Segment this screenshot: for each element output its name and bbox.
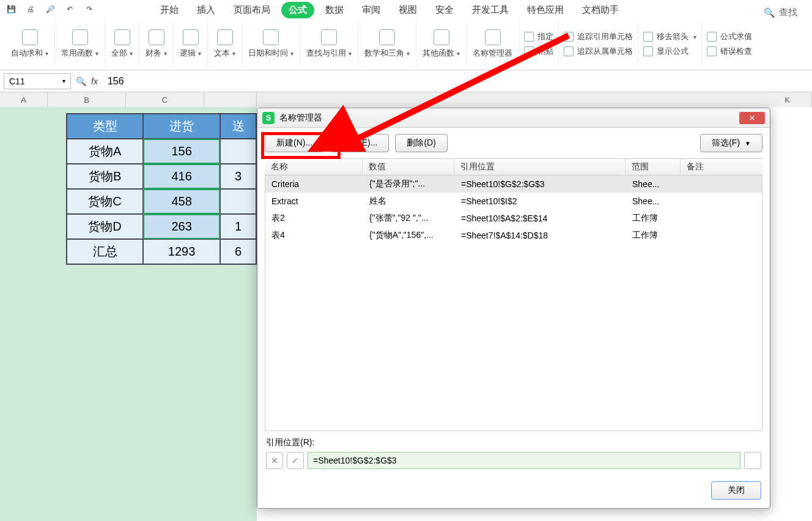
cell-d2[interactable] xyxy=(220,139,256,164)
formula-input[interactable] xyxy=(103,73,808,89)
dialog-title: 名称管理器 xyxy=(279,113,322,124)
cell-d6[interactable]: 6 xyxy=(220,239,256,264)
tab-view[interactable]: 视图 xyxy=(391,2,424,18)
cell-d3[interactable]: 3 xyxy=(220,164,256,189)
col-scope-header[interactable]: 范围 xyxy=(626,159,681,175)
search-box[interactable]: 🔍 查找 xyxy=(764,7,810,18)
ribbon-otherfn[interactable]: 其他函数 xyxy=(416,21,467,67)
ref-input[interactable] xyxy=(308,452,740,469)
ribbon-name-manager[interactable]: 名称管理器 xyxy=(467,21,519,67)
trace-out-icon xyxy=(564,46,574,56)
col-header-c[interactable]: C xyxy=(126,92,204,107)
left-sheet: A B C 类型 进货 送 货物A156 货物B4163 货物C458 货物D2… xyxy=(0,92,257,521)
tab-layout[interactable]: 页面布局 xyxy=(226,2,278,18)
dialog-titlebar: S 名称管理器 ✕ xyxy=(257,108,770,128)
ribbon-math[interactable]: 数学和三角 xyxy=(358,21,416,67)
col-name-header[interactable]: 名称 xyxy=(265,159,363,175)
tab-special[interactable]: 特色应用 xyxy=(520,2,571,18)
tab-devtools[interactable]: 开发工具 xyxy=(465,2,516,18)
lookup-icon xyxy=(321,29,337,45)
ribbon-paste[interactable]: 粘贴 xyxy=(524,46,553,57)
ribbon-show-formula[interactable]: 显示公式 xyxy=(643,46,696,57)
ribbon-error-check[interactable]: 错误检查 xyxy=(707,46,752,57)
tab-insert[interactable]: 插入 xyxy=(190,2,223,18)
col-ref-header[interactable]: 引用位置 xyxy=(454,159,626,175)
cell-c4[interactable]: 458 xyxy=(143,189,220,214)
sigma-icon xyxy=(22,29,38,45)
chevron-down-icon: ▼ xyxy=(745,140,751,147)
ribbon-lookup[interactable]: 查找与引用 xyxy=(300,21,358,67)
ribbon: 自动求和 常用函数 全部 财务 逻辑 文本 日期和时间 查找与引用 数学和三角 … xyxy=(0,18,812,70)
col-header-a[interactable]: A xyxy=(0,92,48,107)
qa-preview-icon[interactable]: 🔎 xyxy=(44,3,56,15)
fx-label[interactable]: fx xyxy=(91,76,98,86)
text-icon xyxy=(217,29,233,45)
col-header-b[interactable]: B xyxy=(48,92,126,107)
ribbon-autosum[interactable]: 自动求和 xyxy=(5,21,55,67)
remove-arrow-icon xyxy=(643,32,653,42)
money-icon xyxy=(149,29,164,45)
cell-c2[interactable]: 156 xyxy=(143,139,220,164)
dialog-footer: 关闭 xyxy=(257,475,770,508)
close-button[interactable]: 关闭 xyxy=(711,481,761,500)
cell-c3[interactable]: 416 xyxy=(143,164,220,189)
qa-redo-icon[interactable]: ↷ xyxy=(83,3,95,15)
cell-b2[interactable]: 货物A xyxy=(67,139,143,164)
dialog-close-button[interactable]: ✕ xyxy=(739,112,765,124)
ribbon-assign[interactable]: 指定 xyxy=(524,31,553,42)
qa-print-icon[interactable]: 🖨 xyxy=(24,3,37,15)
list-row-criteria[interactable]: Criteria {"是否录用";"... =Sheet10!$G$2:$G$3… xyxy=(265,176,762,193)
other-icon xyxy=(434,29,449,45)
col-header-k[interactable]: K xyxy=(763,92,812,107)
name-manager-dialog: S 名称管理器 ✕ 新建(N)... 编辑(E)... 删除(D) 筛选(F)▼… xyxy=(257,108,770,509)
edit-button[interactable]: 编辑(E)... xyxy=(330,134,389,152)
tab-data[interactable]: 数据 xyxy=(318,2,351,18)
range-picker-button[interactable] xyxy=(744,452,761,469)
cell-c6[interactable]: 1293 xyxy=(143,239,220,264)
list-row-extract[interactable]: Extract 姓名 =Sheet10!$I$2 Shee... xyxy=(265,193,762,210)
ref-cancel-button[interactable]: ✕ xyxy=(266,452,283,469)
ribbon-datetime[interactable]: 日期和时间 xyxy=(242,21,300,67)
logic-icon xyxy=(183,29,199,45)
col-value-header[interactable]: 数值 xyxy=(363,159,454,175)
ribbon-commonfn[interactable]: 常用函数 xyxy=(55,21,105,67)
name-mgr-icon xyxy=(485,29,501,45)
tab-review[interactable]: 审阅 xyxy=(355,2,388,18)
tab-start[interactable]: 开始 xyxy=(153,2,186,18)
new-button[interactable]: 新建(N)... xyxy=(265,134,324,152)
ribbon-finance[interactable]: 财务 xyxy=(139,21,174,67)
ribbon-logic[interactable]: 逻辑 xyxy=(174,21,208,67)
ribbon-trace-dependents[interactable]: 追踪从属单元格 xyxy=(564,46,633,57)
cell-d4[interactable] xyxy=(220,189,256,214)
filter-button[interactable]: 筛选(F)▼ xyxy=(700,134,762,152)
list-row-table2[interactable]: 表2 {"张蕾","92 ","... =Sheet10!$A$2:$E$14 … xyxy=(265,210,762,227)
ribbon-eval-formula[interactable]: 公式求值 xyxy=(707,31,752,42)
ribbon-all[interactable]: 全部 xyxy=(105,21,139,67)
ref-confirm-button[interactable]: ✓ xyxy=(287,452,304,469)
name-box[interactable]: C11▾ xyxy=(4,73,71,89)
col-header-d[interactable] xyxy=(204,92,257,107)
ribbon-remove-arrows[interactable]: 移去箭头 xyxy=(643,31,696,42)
ribbon-trace-precedents[interactable]: 追踪引用单元格 xyxy=(564,31,633,42)
cell-b6[interactable]: 汇总 xyxy=(67,239,143,264)
qa-undo-icon[interactable]: ↶ xyxy=(64,3,76,15)
tab-formula[interactable]: 公式 xyxy=(281,2,314,18)
th-type[interactable]: 类型 xyxy=(67,114,143,139)
tab-security[interactable]: 安全 xyxy=(428,2,461,18)
ribbon-text[interactable]: 文本 xyxy=(208,21,242,67)
clock-icon xyxy=(263,29,279,45)
tab-dochelper[interactable]: 文档助手 xyxy=(575,2,626,18)
zoom-icon[interactable]: 🔍 xyxy=(76,76,86,86)
delete-button[interactable]: 删除(D) xyxy=(395,134,447,152)
cell-c5[interactable]: 263 xyxy=(143,214,220,239)
cell-b4[interactable]: 货物C xyxy=(67,189,143,214)
cell-b5[interactable]: 货物D xyxy=(67,214,143,239)
column-headers: A B C xyxy=(0,92,257,107)
th-out[interactable]: 送 xyxy=(220,114,256,139)
cell-d5[interactable]: 1 xyxy=(220,214,256,239)
list-row-table4[interactable]: 表4 {"货物A","156",... =Sheet7!$A$14:$D$18 … xyxy=(265,227,762,244)
col-note-header[interactable]: 备注 xyxy=(681,159,762,175)
th-in[interactable]: 进货 xyxy=(143,114,220,139)
qa-save-icon[interactable]: 💾 xyxy=(5,3,17,15)
cell-b3[interactable]: 货物B xyxy=(67,164,143,189)
